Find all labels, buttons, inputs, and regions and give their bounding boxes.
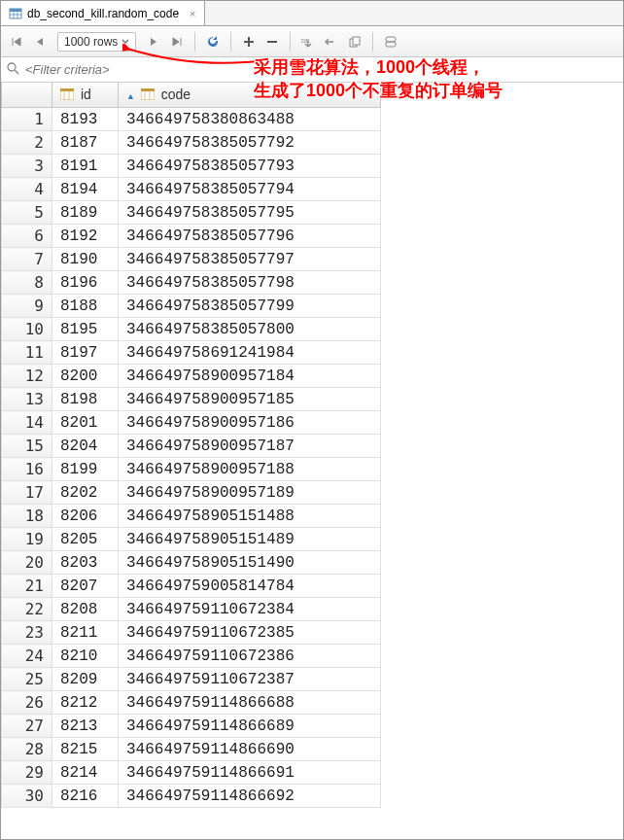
code-cell[interactable]: 346649759110672386 <box>119 645 381 668</box>
code-cell[interactable]: 346649758900957189 <box>119 481 381 505</box>
table-row[interactable]: 128200346649758900957184 <box>2 365 381 388</box>
table-row[interactable]: 218207346649759005814784 <box>2 575 381 598</box>
table-row[interactable]: 38191346649758385057793 <box>2 155 381 178</box>
row-number[interactable]: 17 <box>2 481 52 505</box>
row-number[interactable]: 9 <box>2 295 52 318</box>
table-row[interactable]: 258209346649759110672387 <box>2 668 381 691</box>
table-row[interactable]: 58189346649758385057795 <box>2 201 381 225</box>
code-cell[interactable]: 346649758380863488 <box>119 108 381 131</box>
id-cell[interactable]: 8206 <box>52 505 119 528</box>
id-cell[interactable]: 8201 <box>52 411 119 435</box>
id-cell[interactable]: 8207 <box>52 575 119 598</box>
code-cell[interactable]: 346649758900957186 <box>119 411 381 435</box>
first-page-icon[interactable] <box>7 32 26 52</box>
code-cell[interactable]: 346649758900957185 <box>119 388 381 411</box>
code-cell[interactable]: 346649758691241984 <box>119 341 381 365</box>
row-number[interactable]: 18 <box>2 505 52 528</box>
row-number[interactable]: 15 <box>2 435 52 458</box>
id-cell[interactable]: 8209 <box>52 668 119 691</box>
row-number[interactable]: 7 <box>2 248 52 271</box>
tab-close-icon[interactable]: × <box>190 8 195 19</box>
row-number[interactable]: 14 <box>2 411 52 435</box>
table-row[interactable]: 118197346649758691241984 <box>2 341 381 365</box>
code-cell[interactable]: 346649758385057796 <box>119 225 381 248</box>
code-cell[interactable]: 346649758905151489 <box>119 528 381 551</box>
rownum-header[interactable] <box>2 83 52 108</box>
code-cell[interactable]: 346649759114866688 <box>119 691 381 715</box>
id-cell[interactable]: 8192 <box>52 225 119 248</box>
table-row[interactable]: 148201346649758900957186 <box>2 411 381 435</box>
row-number[interactable]: 23 <box>2 621 52 645</box>
id-cell[interactable]: 8198 <box>52 388 119 411</box>
id-cell[interactable]: 8212 <box>52 691 119 715</box>
id-cell[interactable]: 8215 <box>52 738 119 761</box>
ddl-icon[interactable] <box>381 32 400 52</box>
row-number[interactable]: 12 <box>2 365 52 388</box>
code-cell[interactable]: 346649758905151488 <box>119 505 381 528</box>
table-row[interactable]: 278213346649759114866689 <box>2 715 381 738</box>
row-number[interactable]: 20 <box>2 551 52 575</box>
code-cell[interactable]: 346649759110672384 <box>119 598 381 621</box>
id-cell[interactable]: 8196 <box>52 271 119 295</box>
id-cell[interactable]: 8203 <box>52 551 119 575</box>
row-number[interactable]: 8 <box>2 271 52 295</box>
prev-page-icon[interactable] <box>30 32 50 52</box>
table-row[interactable]: 268212346649759114866688 <box>2 691 381 715</box>
table-row[interactable]: 98188346649758385057799 <box>2 295 381 318</box>
row-number[interactable]: 30 <box>2 785 52 808</box>
id-cell[interactable]: 8204 <box>52 435 119 458</box>
table-row[interactable]: 228208346649759110672384 <box>2 598 381 621</box>
id-cell[interactable]: 8211 <box>52 621 119 645</box>
row-number[interactable]: 29 <box>2 761 52 785</box>
rows-indicator[interactable]: 1000 rows <box>57 32 136 52</box>
id-cell[interactable]: 8199 <box>52 458 119 481</box>
row-number[interactable]: 10 <box>2 318 52 341</box>
table-row[interactable]: 308216346649759114866692 <box>2 785 381 808</box>
row-number[interactable]: 5 <box>2 201 52 225</box>
code-cell[interactable]: 346649758385057799 <box>119 295 381 318</box>
id-cell[interactable]: 8190 <box>52 248 119 271</box>
id-cell[interactable]: 8193 <box>52 108 119 131</box>
id-cell[interactable]: 8187 <box>52 131 119 155</box>
code-cell[interactable]: 346649759005814784 <box>119 575 381 598</box>
code-cell[interactable]: 346649759114866692 <box>119 785 381 808</box>
row-number[interactable]: 21 <box>2 575 52 598</box>
table-row[interactable]: 248210346649759110672386 <box>2 645 381 668</box>
table-row[interactable]: 88196346649758385057798 <box>2 271 381 295</box>
tab-active[interactable]: db_second_kill.random_code × <box>1 1 205 25</box>
code-cell[interactable]: 346649759114866690 <box>119 738 381 761</box>
id-column-header[interactable]: id <box>52 83 119 108</box>
id-cell[interactable]: 8205 <box>52 528 119 551</box>
data-grid[interactable]: id ▲ code 181933466497583808634882818734… <box>1 83 623 839</box>
id-cell[interactable]: 8200 <box>52 365 119 388</box>
last-page-icon[interactable] <box>167 32 187 52</box>
row-number[interactable]: 16 <box>2 458 52 481</box>
id-cell[interactable]: 8216 <box>52 785 119 808</box>
table-row[interactable]: 238211346649759110672385 <box>2 621 381 645</box>
table-row[interactable]: 298214346649759114866691 <box>2 761 381 785</box>
code-cell[interactable]: 346649758900957187 <box>119 435 381 458</box>
row-number[interactable]: 19 <box>2 528 52 551</box>
id-cell[interactable]: 8194 <box>52 178 119 201</box>
row-number[interactable]: 24 <box>2 645 52 668</box>
table-row[interactable]: 28187346649758385057792 <box>2 131 381 155</box>
table-row[interactable]: 68192346649758385057796 <box>2 225 381 248</box>
id-cell[interactable]: 8208 <box>52 598 119 621</box>
row-number[interactable]: 3 <box>2 155 52 178</box>
code-cell[interactable]: 346649758905151490 <box>119 551 381 575</box>
id-cell[interactable]: 8189 <box>52 201 119 225</box>
row-number[interactable]: 25 <box>2 668 52 691</box>
id-cell[interactable]: 8210 <box>52 645 119 668</box>
id-cell[interactable]: 8195 <box>52 318 119 341</box>
row-number[interactable]: 1 <box>2 108 52 131</box>
next-page-icon[interactable] <box>144 32 163 52</box>
table-row[interactable]: 178202346649758900957189 <box>2 481 381 505</box>
table-row[interactable]: 208203346649758905151490 <box>2 551 381 575</box>
filter-input[interactable] <box>25 62 617 77</box>
refresh-icon[interactable] <box>203 32 223 52</box>
row-number[interactable]: 11 <box>2 341 52 365</box>
table-row[interactable]: 288215346649759114866690 <box>2 738 381 761</box>
row-number[interactable]: 6 <box>2 225 52 248</box>
code-cell[interactable]: 346649758385057798 <box>119 271 381 295</box>
code-cell[interactable]: 346649758900957188 <box>119 458 381 481</box>
